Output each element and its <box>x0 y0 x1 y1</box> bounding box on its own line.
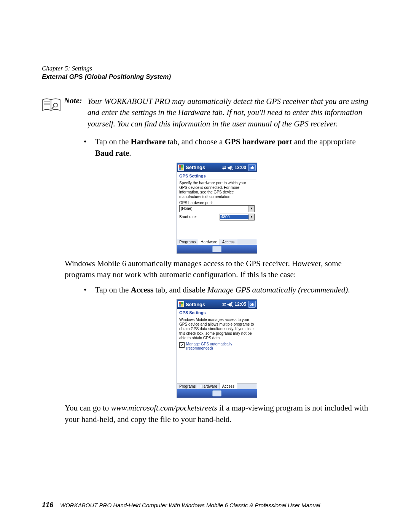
note-label: Note: <box>64 96 88 105</box>
start-icon[interactable] <box>178 165 184 171</box>
bullet-hardware: • Tap on the Hardware tab, and choose a … <box>65 136 369 159</box>
description-text: Specify the hardware port to which your … <box>179 181 255 199</box>
sip-keyboard-icon[interactable] <box>212 246 221 252</box>
chevron-down-icon: ▼ <box>249 206 254 212</box>
footer-title: WORKABOUT PRO Hand-Held Computer With Wi… <box>60 502 320 508</box>
tab-access[interactable]: Access <box>220 383 237 389</box>
port-label: GPS hardware port: <box>179 201 255 205</box>
sip-keyboard-icon[interactable] <box>212 390 221 396</box>
note-text: Your WORKABOUT PRO may automatically det… <box>88 96 369 129</box>
tab-programs[interactable]: Programs <box>177 383 198 389</box>
bullet-access: • Tap on the Access tab, and disable Man… <box>65 284 369 296</box>
baud-dropdown[interactable]: 4800 ▼ <box>220 214 255 220</box>
tab-programs[interactable]: Programs <box>177 239 198 245</box>
clock[interactable]: 12:00 <box>234 165 246 170</box>
body-paragraph: Windows Mobile 6 automatically manages a… <box>65 258 369 281</box>
clock[interactable]: 12:05 <box>234 302 246 307</box>
chevron-down-icon: ▼ <box>249 214 254 220</box>
page-footer: 116 WORKABOUT PRO Hand-Held Computer Wit… <box>42 501 369 509</box>
ok-button[interactable]: ok <box>248 301 256 308</box>
panel-title: GPS Settings <box>177 309 257 316</box>
tab-bar: Programs Hardware Access <box>177 239 257 245</box>
volume-icon[interactable]: ◀ξ <box>227 165 233 170</box>
screenshot-access-tab: Settings ⇄ ◀ξ 12:05 ok GPS Settings Wind… <box>177 299 257 398</box>
note-block: Note: Your WORKABOUT PRO may automatical… <box>42 96 369 129</box>
connectivity-icon[interactable]: ⇄ <box>222 302 226 307</box>
start-icon[interactable] <box>178 301 184 307</box>
section-header: External GPS (Global Positioning System) <box>42 73 369 81</box>
ok-button[interactable]: ok <box>248 164 256 171</box>
screenshot-hardware-tab: Settings ⇄ ◀ξ 12:00 ok GPS Settings Spec… <box>177 163 257 254</box>
page-number: 116 <box>42 501 60 509</box>
book-icon <box>42 97 61 112</box>
body-paragraph: You can go to www.microsoft.com/pocketst… <box>65 403 369 425</box>
tab-hardware[interactable]: Hardware <box>198 383 220 389</box>
baud-label: Baud rate: <box>179 215 217 219</box>
port-dropdown[interactable]: (None) ▼ <box>179 205 255 212</box>
checkbox-label: Manage GPS automatically (recommended) <box>186 342 255 350</box>
description-text: Windows Mobile manages access to your GP… <box>179 318 255 340</box>
window-title: Settings <box>186 165 222 170</box>
tab-bar: Programs Hardware Access <box>177 383 257 389</box>
window-title: Settings <box>186 302 222 307</box>
volume-icon[interactable]: ◀ξ <box>227 302 233 307</box>
connectivity-icon[interactable]: ⇄ <box>222 165 226 170</box>
tab-hardware[interactable]: Hardware <box>198 239 220 245</box>
panel-title: GPS Settings <box>177 172 257 179</box>
manage-gps-checkbox[interactable]: ✓ <box>179 342 185 348</box>
chapter-header: Chapter 5: Settings <box>42 65 369 72</box>
tab-access[interactable]: Access <box>220 239 237 245</box>
